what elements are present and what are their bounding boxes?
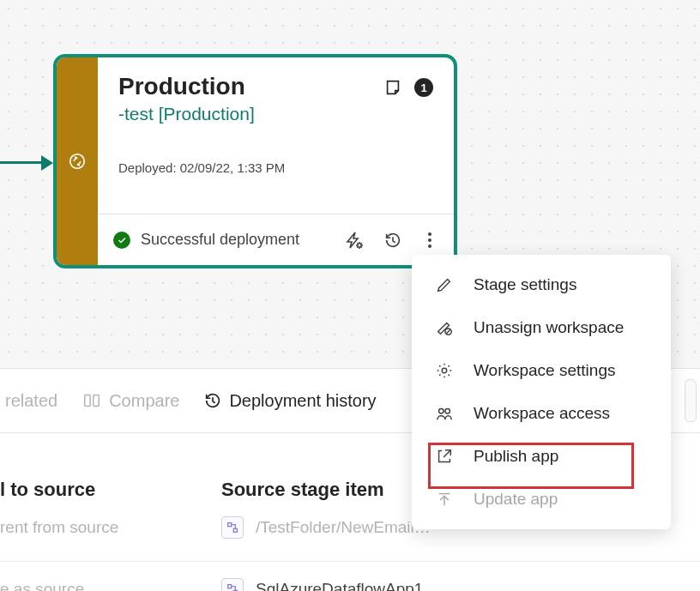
- svg-point-5: [445, 409, 450, 414]
- external-link-icon: [434, 447, 455, 466]
- menu-item-label: Workspace access: [474, 404, 610, 423]
- row-left-2: e as source: [0, 580, 84, 591]
- svg-rect-10: [228, 585, 232, 588]
- menu-item-label: Unassign workspace: [474, 318, 624, 337]
- gear-icon: [434, 361, 455, 380]
- toolbar-overflow-button[interactable]: [685, 379, 697, 422]
- pencil-icon: [434, 275, 455, 294]
- deployed-timestamp: Deployed: 02/09/22, 1:33 PM: [118, 160, 433, 175]
- menu-item-label: Publish app: [474, 447, 558, 466]
- history-icon[interactable]: [383, 231, 402, 250]
- menu-item-update-app: Update app: [412, 478, 671, 521]
- item-count-badge[interactable]: 1: [414, 78, 433, 97]
- connector-line: [0, 161, 46, 164]
- upload-icon: [434, 490, 455, 509]
- svg-point-4: [439, 409, 444, 414]
- menu-item-stage-settings[interactable]: Stage settings: [412, 263, 671, 306]
- column-header-left: l to source: [0, 479, 95, 501]
- unassign-icon: [434, 318, 455, 337]
- column-header-right: Source stage item: [221, 479, 384, 501]
- svg-rect-8: [228, 523, 232, 527]
- menu-item-publish-app[interactable]: Publish app: [412, 435, 671, 478]
- toolbar-deployment-history[interactable]: Deployment history: [203, 391, 376, 411]
- toolbar-related[interactable]: related: [5, 391, 57, 411]
- menu-item-label: Stage settings: [474, 275, 576, 294]
- deployment-rules-icon[interactable]: [344, 230, 365, 250]
- svg-rect-7: [94, 395, 99, 407]
- menu-item-workspace-access[interactable]: Workspace access: [412, 392, 671, 435]
- svg-point-1: [358, 243, 361, 246]
- people-icon: [434, 404, 455, 423]
- row-divider: [0, 561, 700, 562]
- menu-item-unassign-workspace[interactable]: Unassign workspace: [412, 306, 671, 349]
- row-right-1[interactable]: /TestFolder/NewEmail…: [221, 516, 431, 539]
- toolbar-compare[interactable]: Compare: [81, 391, 179, 411]
- svg-rect-9: [233, 528, 237, 532]
- dataflow-icon: [221, 516, 244, 539]
- stage-subtitle: -test [Production]: [118, 104, 433, 124]
- history-icon: [203, 391, 222, 410]
- success-check-icon: [113, 232, 130, 249]
- menu-item-label: Update app: [474, 490, 558, 509]
- stage-context-menu: Stage settings Unassign workspace Worksp…: [412, 255, 671, 529]
- row-left-1: rent from source: [0, 518, 118, 537]
- stage-card-production[interactable]: Production 1 -test [Production] Deployed…: [53, 54, 457, 268]
- compare-icon: [81, 391, 102, 410]
- connector-arrowhead: [41, 155, 53, 171]
- svg-point-0: [70, 154, 85, 169]
- svg-rect-6: [85, 395, 90, 407]
- row-right-2[interactable]: SqlAzureDataflowApp1: [221, 578, 423, 591]
- dataflow-icon: [221, 578, 244, 591]
- menu-item-label: Workspace settings: [474, 361, 615, 380]
- deployment-status-text: Successful deployment: [141, 231, 344, 249]
- stage-body: Production 1 -test [Production] Deployed…: [98, 57, 454, 265]
- stage-footer: Successful deployment: [98, 214, 454, 265]
- stage-side-handle[interactable]: [57, 57, 98, 265]
- more-options-button[interactable]: [421, 230, 438, 250]
- refresh-icon: [68, 152, 87, 171]
- svg-point-3: [442, 368, 447, 373]
- menu-item-workspace-settings[interactable]: Workspace settings: [412, 349, 671, 392]
- note-icon[interactable]: [383, 78, 402, 97]
- stage-title: Production: [118, 73, 245, 100]
